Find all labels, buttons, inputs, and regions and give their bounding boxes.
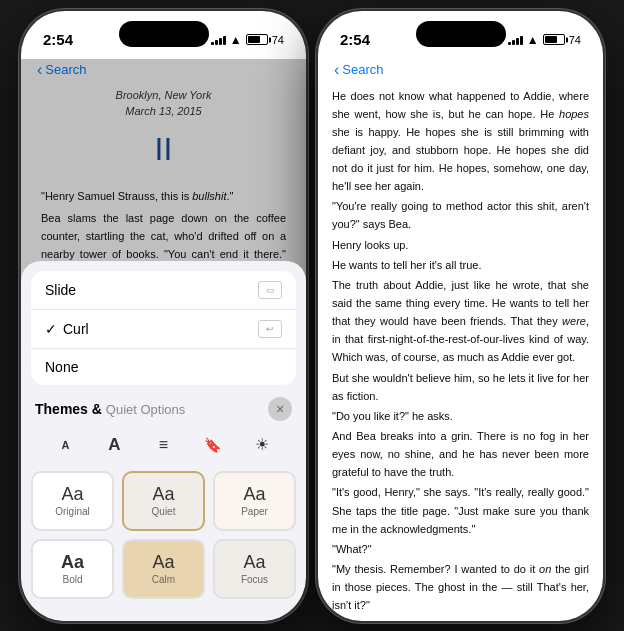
theme-bold-aa: Aa: [61, 553, 84, 571]
right-para-10: "What?": [332, 540, 589, 558]
nav-bar-right: ‹ Search: [318, 59, 603, 87]
right-para-4: He wants to tell her it's all true.: [332, 256, 589, 274]
bookmark-button[interactable]: 🔖: [195, 431, 231, 459]
right-phone: 2:54 ▲ 74 ‹ Sear: [318, 11, 603, 621]
close-button[interactable]: ×: [268, 397, 292, 421]
theme-calm[interactable]: Aa Calm: [122, 539, 205, 599]
theme-quiet-label: Quiet: [152, 506, 176, 517]
brightness-button[interactable]: ☀: [244, 431, 280, 459]
theme-focus-aa: Aa: [243, 553, 265, 571]
brightness-icon: ☀: [255, 435, 269, 454]
right-book-content: He does not know what happened to Addie,…: [318, 87, 603, 621]
curl-label: Curl: [63, 321, 89, 337]
right-para-1: He does not know what happened to Addie,…: [332, 87, 589, 196]
theme-paper[interactable]: Aa Paper: [213, 471, 296, 531]
theme-cards-grid: Aa Original Aa Quiet Aa Paper Aa Bold Aa: [21, 465, 306, 605]
theme-bold-label: Bold: [62, 574, 82, 585]
slide-label: Slide: [45, 282, 76, 298]
overlay-panel: Slide ▭ ✓ Curl ↩: [21, 261, 306, 621]
transition-menu: Slide ▭ ✓ Curl ↩: [31, 271, 296, 385]
right-para-3: Henry looks up.: [332, 236, 589, 254]
theme-focus[interactable]: Aa Focus: [213, 539, 296, 599]
time-right: 2:54: [340, 31, 370, 48]
right-para-2: "You're really going to method actor thi…: [332, 197, 589, 233]
back-arrow-icon-right: ‹: [334, 61, 339, 79]
font-decrease-button[interactable]: A: [48, 431, 84, 459]
themes-title: Themes &: [35, 401, 102, 417]
right-para-11: "My thesis. Remember? I wanted to do it …: [332, 560, 589, 614]
dynamic-island-right: [416, 21, 506, 47]
right-para-7: "Do you like it?" he asks.: [332, 407, 589, 425]
font-large-label: A: [108, 435, 120, 455]
battery-icon-right: [543, 34, 565, 45]
theme-original-label: Original: [55, 506, 89, 517]
themes-header: Themes & Quiet Options ×: [21, 391, 306, 425]
battery-pct: 74: [272, 34, 284, 46]
right-para-6: But she wouldn't believe him, so he lets…: [332, 369, 589, 405]
status-icons-right: ▲ 74: [508, 33, 581, 47]
none-label: None: [45, 359, 78, 375]
alignment-button[interactable]: ≡: [146, 431, 182, 459]
phones-container: 2:54 ▲ 74 ‹ Sear: [11, 1, 613, 631]
slide-icon: ▭: [258, 281, 282, 299]
theme-quiet-aa: Aa: [152, 485, 174, 503]
right-para-5: The truth about Addie, just like he wrot…: [332, 276, 589, 367]
menu-item-curl[interactable]: ✓ Curl ↩: [31, 310, 296, 349]
theme-paper-label: Paper: [241, 506, 268, 517]
menu-item-none[interactable]: None: [31, 349, 296, 385]
back-label-right: Search: [342, 62, 383, 77]
alignment-icon: ≡: [159, 436, 168, 454]
theme-original[interactable]: Aa Original: [31, 471, 114, 531]
curl-icon: ↩: [258, 320, 282, 338]
signal-icon-right: [508, 35, 523, 45]
theme-focus-label: Focus: [241, 574, 268, 585]
back-button-right[interactable]: ‹ Search: [334, 61, 384, 79]
left-phone: 2:54 ▲ 74 ‹ Sear: [21, 11, 306, 621]
battery-icon: [246, 34, 268, 45]
wifi-icon-right: ▲: [527, 33, 539, 47]
bookmark-icon: 🔖: [204, 437, 221, 453]
battery-pct-right: 74: [569, 34, 581, 46]
theme-original-aa: Aa: [61, 485, 83, 503]
right-para-9: "It's good, Henry," she says. "It's real…: [332, 483, 589, 537]
theme-paper-aa: Aa: [243, 485, 265, 503]
right-para-8: And Bea breaks into a grin. There is no …: [332, 427, 589, 481]
check-icon: ✓: [45, 321, 57, 337]
quiet-options-label: Quiet Options: [106, 402, 186, 417]
theme-quiet[interactable]: Aa Quiet: [122, 471, 205, 531]
font-small-label: A: [62, 439, 70, 451]
dynamic-island: [119, 21, 209, 47]
theme-calm-aa: Aa: [152, 553, 174, 571]
menu-item-slide[interactable]: Slide ▭: [31, 271, 296, 310]
reading-toolbar: A A ≡ 🔖 ☀: [31, 425, 296, 465]
wifi-icon: ▲: [230, 33, 242, 47]
status-icons-left: ▲ 74: [211, 33, 284, 47]
font-increase-button[interactable]: A: [97, 431, 133, 459]
right-para-12: And of course, it is. ught of: [332, 616, 589, 620]
theme-bold[interactable]: Aa Bold: [31, 539, 114, 599]
time-left: 2:54: [43, 31, 73, 48]
signal-icon: [211, 35, 226, 45]
theme-calm-label: Calm: [152, 574, 175, 585]
